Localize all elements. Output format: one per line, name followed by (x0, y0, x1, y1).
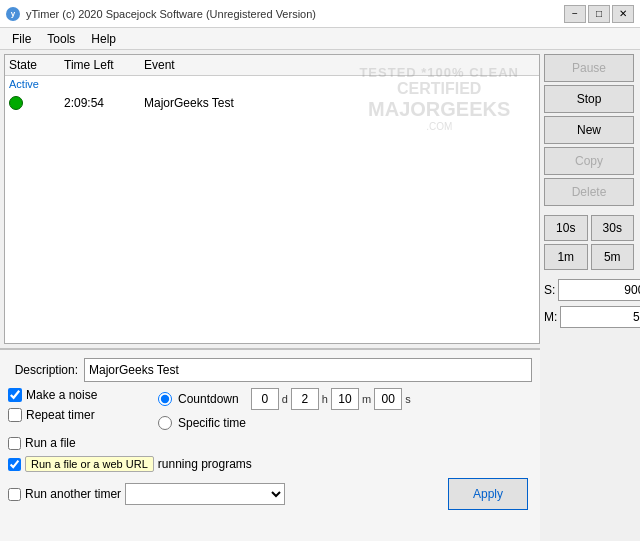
right-panel: Pause Stop New Copy Delete 10s 30s 1m 5m… (540, 50, 640, 541)
countdown-minutes-input[interactable] (331, 388, 359, 410)
delete-button[interactable]: Delete (544, 178, 634, 206)
maximize-button[interactable]: □ (588, 5, 610, 23)
make-noise-label: Make a noise (26, 388, 97, 402)
main-container: TESTED *100% CLEAN CERTIFIED MAJORGEEKS … (0, 50, 640, 541)
make-noise-row: Make a noise (8, 388, 138, 402)
description-row: Description: (8, 358, 532, 382)
list-header: State Time Left Event (5, 55, 539, 76)
countdown-inputs: d h m s (251, 388, 411, 410)
30s-button[interactable]: 30s (591, 215, 635, 241)
countdown-label: Countdown (178, 392, 239, 406)
left-panel: TESTED *100% CLEAN CERTIFIED MAJORGEEKS … (0, 50, 540, 541)
menu-tools[interactable]: Tools (39, 30, 83, 48)
countdown-hours-input[interactable] (291, 388, 319, 410)
description-label: Description: (8, 363, 78, 377)
copy-button[interactable]: Copy (544, 147, 634, 175)
5m-button[interactable]: 5m (591, 244, 635, 270)
options-row: Make a noise Repeat timer Countdown (8, 388, 532, 430)
timer-state-cell (9, 96, 64, 110)
specific-time-radio[interactable] (158, 416, 172, 430)
app-icon: y (6, 7, 20, 21)
new-button[interactable]: New (544, 116, 634, 144)
repeat-timer-row: Repeat timer (8, 408, 138, 422)
timer-timeleft-cell: 2:09:54 (64, 96, 144, 110)
make-noise-checkbox[interactable] (8, 388, 22, 402)
timer-dropdown[interactable] (125, 483, 285, 505)
m-input[interactable] (560, 306, 640, 328)
days-label: d (282, 393, 288, 405)
repeat-timer-label: Repeat timer (26, 408, 95, 422)
10s-button[interactable]: 10s (544, 215, 588, 241)
run-file-label: Run a file (25, 436, 76, 450)
title-bar: y yTimer (c) 2020 Spacejock Software (Un… (0, 0, 640, 28)
1m-button[interactable]: 1m (544, 244, 588, 270)
col-timeleft-header: Time Left (64, 58, 144, 72)
active-state-icon (9, 96, 23, 110)
s-label: S: (544, 283, 555, 297)
run-another-timer-label: Run another timer (25, 487, 121, 501)
display-top-checkbox[interactable] (8, 458, 21, 471)
close-button[interactable]: ✕ (612, 5, 634, 23)
specific-time-radio-row: Specific time (158, 416, 411, 430)
quick-time-grid: 10s 30s 1m 5m (544, 215, 636, 270)
title-text: yTimer (c) 2020 Spacejock Software (Unre… (26, 8, 316, 20)
title-controls: − □ ✕ (564, 5, 634, 23)
minimize-button[interactable]: − (564, 5, 586, 23)
display-top-label: running programs (158, 457, 252, 471)
menu-help[interactable]: Help (83, 30, 124, 48)
repeat-timer-checkbox[interactable] (8, 408, 22, 422)
stop-button[interactable]: Stop (544, 85, 634, 113)
timer-list-area: TESTED *100% CLEAN CERTIFIED MAJORGEEKS … (4, 54, 540, 344)
col-event-header: Event (144, 58, 535, 72)
menu-bar: File Tools Help (0, 28, 640, 50)
col-state-header: State (9, 58, 64, 72)
display-row: Run a file or a web URL running programs (8, 456, 532, 472)
left-options: Make a noise Repeat timer (8, 388, 138, 430)
hours-label: h (322, 393, 328, 405)
pause-button[interactable]: Pause (544, 54, 634, 82)
countdown-days-input[interactable] (251, 388, 279, 410)
minutes-label: m (362, 393, 371, 405)
countdown-seconds-input[interactable] (374, 388, 402, 410)
bottom-rows: Run a file Run a file or a web URL runni… (8, 436, 532, 510)
description-input[interactable] (84, 358, 532, 382)
run-timer-row: Run another timer Apply (8, 478, 532, 510)
right-options: Countdown d h m s (158, 388, 411, 430)
timer-event-cell: MajorGeeks Test (144, 96, 535, 110)
watermark-line4: .COM (359, 121, 519, 132)
countdown-radio-row: Countdown (158, 392, 239, 406)
run-file-row: Run a file (8, 436, 532, 450)
bottom-form: Description: Make a noise Repeat timer (0, 348, 540, 541)
table-row[interactable]: 2:09:54 MajorGeeks Test (5, 92, 539, 114)
countdown-radio[interactable] (158, 392, 172, 406)
apply-button[interactable]: Apply (448, 478, 528, 510)
seconds-label: s (405, 393, 411, 405)
s-input[interactable] (558, 279, 640, 301)
m-label: M: (544, 310, 557, 324)
menu-file[interactable]: File (4, 30, 39, 48)
s-input-row: S: (544, 279, 634, 301)
run-file-checkbox[interactable] (8, 437, 21, 450)
specific-time-label: Specific time (178, 416, 246, 430)
run-another-timer-checkbox[interactable] (8, 488, 21, 501)
active-label: Active (5, 76, 539, 92)
m-input-row: M: (544, 306, 634, 328)
tooltip-text: Run a file or a web URL (25, 456, 154, 472)
